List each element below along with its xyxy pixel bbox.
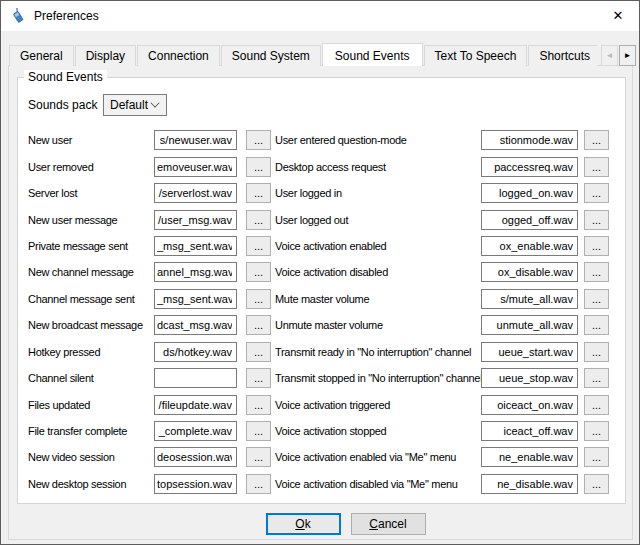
tab-sound-system[interactable]: Sound System: [221, 45, 321, 66]
sound-events-list: New user...User entered question-mode...…: [28, 127, 625, 497]
sound-event-file-input[interactable]: [154, 368, 237, 388]
sound-event-file-input[interactable]: [481, 368, 578, 388]
titlebar: Preferences ✕: [1, 1, 639, 31]
sounds-pack-value: Default: [104, 98, 151, 112]
sound-event-file-input[interactable]: [481, 474, 578, 494]
sound-event-file-input[interactable]: [481, 210, 578, 230]
browse-button[interactable]: ...: [584, 368, 609, 388]
sound-event-file-input[interactable]: [481, 157, 578, 177]
tab-scroll-arrows: ◄ ►: [601, 45, 636, 66]
browse-button[interactable]: ...: [246, 342, 271, 362]
browse-button[interactable]: ...: [584, 447, 609, 467]
browse-button[interactable]: ...: [584, 474, 609, 494]
sound-event-label: New broadcast message: [28, 319, 154, 331]
browse-button[interactable]: ...: [246, 236, 271, 256]
sound-event-row: Server lost...User logged in...: [28, 180, 625, 206]
tab-connection[interactable]: Connection: [137, 45, 220, 66]
chevron-down-icon: [150, 98, 159, 107]
preferences-window: Preferences ✕ GeneralDisplayConnectionSo…: [0, 0, 640, 545]
browse-button[interactable]: ...: [584, 395, 609, 415]
sound-event-file-input[interactable]: [481, 183, 578, 203]
cancel-button[interactable]: Cancel: [351, 513, 426, 535]
sound-event-row: Hotkey pressed...Transmit ready in "No i…: [28, 339, 625, 365]
cancel-button-label: Cancel: [362, 517, 415, 531]
tab-general[interactable]: General: [9, 45, 74, 66]
browse-button[interactable]: ...: [246, 395, 271, 415]
sound-event-row: New user message...User logged out...: [28, 206, 625, 232]
sound-event-row: User removed...Desktop access request...: [28, 153, 625, 179]
sound-event-row: Private message sent...Voice activation …: [28, 233, 625, 259]
browse-button[interactable]: ...: [246, 447, 271, 467]
sound-event-row: New user...User entered question-mode...: [28, 127, 625, 153]
sound-event-file-input[interactable]: [154, 474, 237, 494]
browse-button[interactable]: ...: [584, 421, 609, 441]
sound-event-file-input[interactable]: [481, 130, 578, 150]
browse-button[interactable]: ...: [246, 289, 271, 309]
sound-event-file-input[interactable]: [481, 315, 578, 335]
sound-event-row: New broadcast message...Unmute master vo…: [28, 312, 625, 338]
sound-event-file-input[interactable]: [154, 342, 237, 362]
browse-button[interactable]: ...: [584, 289, 609, 309]
sound-events-groupbox: Sound Events Sounds pack Default New use…: [17, 77, 626, 504]
browse-button[interactable]: ...: [246, 130, 271, 150]
ok-button[interactable]: Ok: [266, 513, 341, 535]
sound-event-file-input[interactable]: [154, 130, 237, 150]
tab-shortcuts[interactable]: Shortcuts: [528, 45, 597, 66]
browse-button[interactable]: ...: [246, 421, 271, 441]
tab-sound-events[interactable]: Sound Events: [322, 43, 423, 66]
sound-event-file-input[interactable]: [154, 421, 237, 441]
tab-scroll-left-button[interactable]: ◄: [601, 45, 618, 66]
sound-event-file-input[interactable]: [481, 342, 578, 362]
sound-event-file-input[interactable]: [154, 447, 237, 467]
sound-event-file-input[interactable]: [481, 236, 578, 256]
sound-event-file-input[interactable]: [481, 262, 578, 282]
sound-event-label: New channel message: [28, 266, 154, 278]
sound-event-label: Desktop access request: [275, 161, 481, 173]
browse-button[interactable]: ...: [584, 157, 609, 177]
sound-event-label: Voice activation enabled: [275, 240, 481, 252]
sound-event-label: Voice activation triggered: [275, 399, 481, 411]
browse-button[interactable]: ...: [246, 262, 271, 282]
browse-button[interactable]: ...: [584, 210, 609, 230]
browse-button[interactable]: ...: [246, 210, 271, 230]
browse-button[interactable]: ...: [246, 183, 271, 203]
sound-event-file-input[interactable]: [481, 421, 578, 441]
browse-button[interactable]: ...: [584, 262, 609, 282]
sound-event-file-input[interactable]: [481, 289, 578, 309]
tab-scroll-right-button[interactable]: ►: [619, 45, 636, 66]
browse-button[interactable]: ...: [246, 474, 271, 494]
browse-button[interactable]: ...: [246, 368, 271, 388]
tab-text-to-speech[interactable]: Text To Speech: [424, 45, 528, 66]
sound-event-label: User logged out: [275, 214, 481, 226]
browse-button[interactable]: ...: [584, 315, 609, 335]
tab-display[interactable]: Display: [75, 45, 136, 66]
sounds-pack-label: Sounds pack: [28, 98, 103, 112]
sound-event-label: Transmit ready in "No interruption" chan…: [275, 346, 481, 358]
sound-event-file-input[interactable]: [154, 315, 237, 335]
sound-event-file-input[interactable]: [154, 183, 237, 203]
sound-event-file-input[interactable]: [154, 262, 237, 282]
sound-event-file-input[interactable]: [154, 236, 237, 256]
sound-events-tab-page: Sound Events Sounds pack Default New use…: [8, 65, 633, 540]
sound-event-label: Voice activation enabled via "Me" menu: [275, 451, 481, 463]
browse-button[interactable]: ...: [246, 315, 271, 335]
sound-event-label: Channel silent: [28, 372, 154, 384]
sound-event-file-input[interactable]: [154, 395, 237, 415]
sound-event-label: Private message sent: [28, 240, 154, 252]
sound-event-row: Files updated...Voice activation trigger…: [28, 391, 625, 417]
sound-event-label: Server lost: [28, 187, 154, 199]
sounds-pack-row: Sounds pack Default: [28, 94, 625, 116]
browse-button[interactable]: ...: [584, 236, 609, 256]
sounds-pack-select[interactable]: Default: [103, 94, 167, 116]
sound-event-file-input[interactable]: [154, 210, 237, 230]
browse-button[interactable]: ...: [584, 130, 609, 150]
close-button[interactable]: ✕: [597, 1, 639, 30]
sound-event-label: Mute master volume: [275, 293, 481, 305]
sound-event-file-input[interactable]: [481, 447, 578, 467]
browse-button[interactable]: ...: [584, 342, 609, 362]
browse-button[interactable]: ...: [584, 183, 609, 203]
sound-event-file-input[interactable]: [154, 289, 237, 309]
sound-event-file-input[interactable]: [154, 157, 237, 177]
browse-button[interactable]: ...: [246, 157, 271, 177]
sound-event-file-input[interactable]: [481, 395, 578, 415]
